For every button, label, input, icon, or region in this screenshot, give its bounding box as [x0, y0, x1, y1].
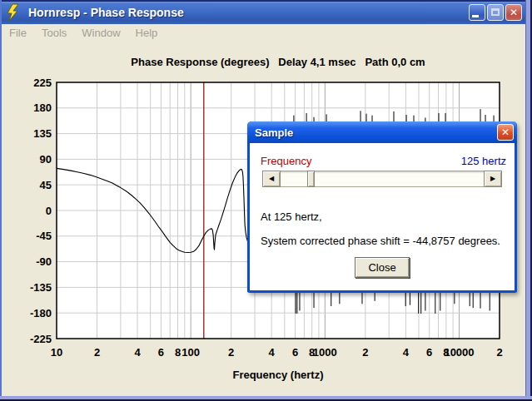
sample-phase-text: System corrected phase shift = -44,8757 …	[261, 235, 500, 247]
x-tick-label: 6	[426, 346, 432, 359]
sample-dialog: Sample ✕ Frequency 125 hertz ◀ ▶ At 125 …	[247, 121, 517, 293]
left-arrow-icon: ◀	[269, 176, 274, 182]
x-tick-label: 4	[134, 346, 141, 359]
y-tick-label: 90	[40, 153, 52, 166]
x-tick-label: 4	[403, 346, 410, 359]
y-tick-label: -180	[30, 307, 52, 319]
x-tick-label: 6	[158, 346, 164, 359]
window-border-right	[525, 0, 532, 401]
frequency-label: Frequency	[261, 155, 311, 167]
y-tick-label: 135	[33, 127, 52, 140]
x-tick-label: 2	[94, 346, 100, 359]
scrollbar-thumb[interactable]	[307, 171, 315, 187]
x-tick-label: 1000	[313, 346, 337, 359]
scrollbar-left-arrow[interactable]: ◀	[262, 171, 281, 187]
x-tick-label: 2	[228, 346, 234, 359]
hornresp-window: Hornresp - Phase Response ✕ File Tools W…	[0, 0, 532, 401]
frequency-scrollbar[interactable]: ◀ ▶	[262, 171, 502, 187]
dialog-body: Frequency 125 hertz ◀ ▶ At 125 hertz, Sy…	[250, 143, 515, 290]
y-tick-label: 0	[46, 205, 52, 217]
x-tick-label: 10	[51, 346, 62, 359]
right-arrow-icon: ▶	[490, 176, 495, 182]
window-border-left	[0, 0, 2, 401]
dialog-close-button[interactable]: ✕	[497, 124, 514, 141]
window-border-bottom	[0, 396, 532, 401]
y-tick-label: -45	[36, 230, 52, 242]
y-tick-label: 225	[33, 77, 52, 89]
x-tick-label: 100	[181, 346, 200, 359]
dialog-title: Sample	[255, 126, 293, 139]
y-tick-label: 45	[40, 179, 52, 191]
sample-frequency-text: At 125 hertz,	[261, 210, 322, 223]
x-tick-label: 2	[362, 346, 368, 359]
x-tick-label: 10000	[444, 346, 474, 359]
dialog-close-icon: ✕	[498, 125, 513, 140]
y-tick-label: 180	[33, 101, 52, 114]
x-tick-label: 8	[175, 346, 181, 359]
y-tick-label: -135	[30, 281, 52, 294]
scrollbar-right-arrow[interactable]: ▶	[484, 171, 502, 187]
x-tick-label: 6	[292, 346, 298, 359]
window-border-top	[0, 0, 532, 2]
y-tick-label: -225	[30, 333, 52, 345]
x-tick-label: 2	[496, 346, 502, 359]
y-tick-label: -90	[36, 255, 52, 268]
dialog-title-bar[interactable]: Sample ✕	[247, 121, 517, 143]
frequency-value: 125 hertz	[461, 155, 506, 167]
x-tick-label: 4	[269, 346, 276, 359]
dialog-close-action-button[interactable]: Close	[355, 257, 410, 278]
